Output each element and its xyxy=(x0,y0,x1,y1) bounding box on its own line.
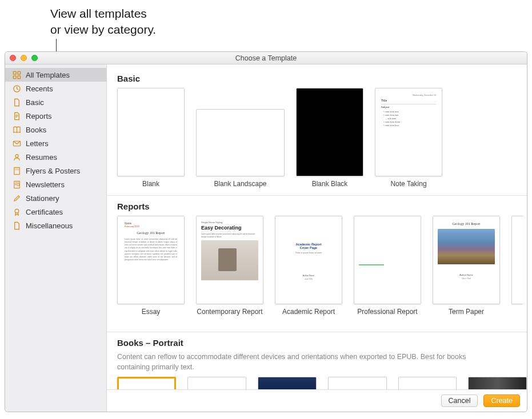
sidebar-item-label: Flyers & Posters xyxy=(26,167,80,175)
template-label: Note Taking xyxy=(375,180,442,188)
template-label: Blank Landscape xyxy=(196,180,285,188)
template-blank-landscape[interactable]: Blank Landscape xyxy=(196,88,285,188)
template-thumbnail xyxy=(296,88,363,176)
template-gallery: Basic Blank Blank Landscape Blank Black xyxy=(107,65,527,412)
template-thumbnail xyxy=(117,88,185,176)
svg-rect-1 xyxy=(17,71,20,74)
sidebar-item-label: Basic xyxy=(26,98,44,107)
template-label: Contemporary Report xyxy=(196,308,263,325)
page-icon xyxy=(12,98,21,107)
svg-rect-0 xyxy=(13,71,16,74)
template-label: Blank Black xyxy=(296,180,363,188)
template-essay[interactable]: Name February 2019 Geology 101 Report Lo… xyxy=(117,216,185,325)
template-label: Term Paper xyxy=(433,308,500,325)
clock-icon xyxy=(12,84,21,93)
sidebar-item-resumes[interactable]: Resumes xyxy=(5,150,106,164)
template-note-taking[interactable]: Wednesday, December 10 Title Subject • n… xyxy=(375,88,442,188)
template-thumbnail xyxy=(196,109,285,176)
section-divider xyxy=(107,195,527,196)
sidebar-item-letters[interactable]: Letters xyxy=(5,136,106,150)
titlebar: Choose a Template xyxy=(5,52,527,65)
section-subtitle-books: Content can reflow to accommodate differ… xyxy=(117,352,483,372)
sidebar-item-miscellaneous[interactable]: Miscellaneous xyxy=(5,219,106,232)
section-divider xyxy=(107,332,527,332)
sidebar-item-label: Recents xyxy=(26,84,53,93)
sidebar-item-label: Resumes xyxy=(26,153,57,162)
template-thumbnail: Name February 2019 Geology 101 Report Lo… xyxy=(117,216,185,304)
template-label: Professional Report xyxy=(354,308,421,325)
envelope-icon xyxy=(12,139,21,148)
template-book-3[interactable] xyxy=(258,377,317,389)
template-thumbnail: BUSINESS REPORT — JUNE MONTHLY REPORT xyxy=(354,216,421,304)
sidebar-item-label: Letters xyxy=(26,139,49,148)
dialog-footer: Cancel Create xyxy=(107,389,527,412)
sidebar-item-stationery[interactable]: Stationery xyxy=(5,191,106,205)
template-peek-next[interactable] xyxy=(511,216,523,325)
sidebar-item-label: Books xyxy=(26,126,46,134)
sidebar-item-all-templates[interactable]: All Templates xyxy=(5,68,106,82)
sidebar-item-label: Reports xyxy=(26,112,52,120)
template-thumbnail xyxy=(511,216,523,304)
template-thumbnail: Simple Home Styling Easy Decorating Lore… xyxy=(196,216,263,304)
section-title-books: Books – Portrait xyxy=(117,338,527,348)
template-academic-report[interactable]: Academic Report Cover Page Dolor et ipsu… xyxy=(275,216,342,325)
sidebar-item-label: Miscellaneous xyxy=(26,221,73,230)
svg-rect-3 xyxy=(17,75,20,78)
cancel-button[interactable]: Cancel xyxy=(441,394,478,407)
template-book-6[interactable] xyxy=(468,377,527,389)
template-contemporary-report[interactable]: Simple Home Styling Easy Decorating Lore… xyxy=(196,216,263,325)
category-sidebar: All Templates Recents Basic Reports xyxy=(5,65,107,412)
person-icon xyxy=(12,152,21,162)
template-term-paper[interactable]: Geology 101 Report Author Name Class • D… xyxy=(433,216,500,325)
sidebar-item-reports[interactable]: Reports xyxy=(5,109,106,123)
sidebar-item-certificates[interactable]: Certificates xyxy=(5,205,106,219)
sidebar-item-basic[interactable]: Basic xyxy=(5,95,106,109)
sidebar-item-recents[interactable]: Recents xyxy=(5,82,106,95)
page-icon xyxy=(12,180,21,189)
svg-rect-8 xyxy=(15,168,19,170)
sidebar-item-label: All Templates xyxy=(26,71,70,79)
svg-point-10 xyxy=(15,209,19,213)
template-label: Essay xyxy=(117,308,185,325)
template-thumbnail: Academic Report Cover Page Dolor et ipsu… xyxy=(275,216,342,304)
svg-point-6 xyxy=(15,154,18,157)
sidebar-item-label: Stationery xyxy=(26,194,59,203)
sidebar-item-label: Certificates xyxy=(26,208,63,216)
template-chooser-window: Choose a Template All Templates Recents xyxy=(5,51,527,412)
template-professional-report[interactable]: BUSINESS REPORT — JUNE MONTHLY REPORT Pr… xyxy=(354,216,421,325)
template-book-4[interactable] xyxy=(328,377,387,389)
page-icon xyxy=(12,221,21,230)
template-book-1[interactable] xyxy=(117,377,176,389)
ribbon-icon xyxy=(12,207,21,216)
template-blank-black[interactable]: Blank Black xyxy=(296,88,363,188)
template-thumbnail: Wednesday, December 10 Title Subject • n… xyxy=(375,88,442,176)
callout-text: View all templates or view by category. xyxy=(50,6,156,38)
sidebar-item-newsletters[interactable]: Newsletters xyxy=(5,178,106,191)
sidebar-item-label: Newsletters xyxy=(26,180,65,189)
section-title-basic: Basic xyxy=(117,74,527,83)
template-blank[interactable]: Blank xyxy=(117,88,185,188)
page-icon xyxy=(12,111,21,120)
page-icon xyxy=(12,166,21,175)
template-book-5[interactable] xyxy=(398,377,457,389)
window-title: Choose a Template xyxy=(5,54,527,62)
grid-icon xyxy=(12,70,21,79)
section-title-reports: Reports xyxy=(117,202,527,211)
template-label: Academic Report xyxy=(275,308,342,325)
template-label: Blank xyxy=(117,180,185,188)
create-button[interactable]: Create xyxy=(483,394,520,407)
svg-rect-2 xyxy=(13,75,16,78)
pen-icon xyxy=(12,194,21,203)
sidebar-item-books[interactable]: Books xyxy=(5,123,106,136)
template-thumbnail: Geology 101 Report Author Name Class • D… xyxy=(433,216,500,304)
book-icon xyxy=(12,125,21,134)
sidebar-item-flyers-posters[interactable]: Flyers & Posters xyxy=(5,164,106,178)
template-book-2[interactable] xyxy=(187,377,246,389)
